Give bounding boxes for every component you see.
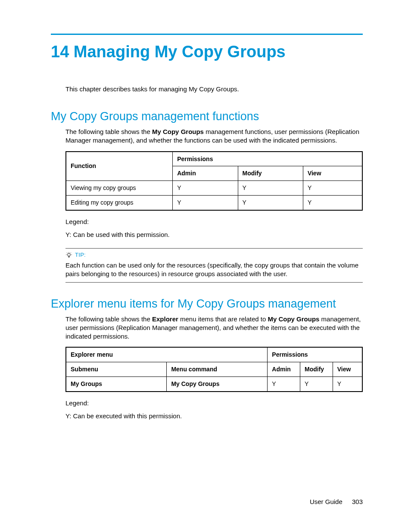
table-subheader-row: Submenu Menu command Admin Modify View: [66, 362, 362, 377]
text: The following table shows the: [65, 128, 152, 135]
col-admin: Admin: [173, 166, 238, 181]
table-header-row: Function Permissions: [66, 152, 362, 166]
text-bold: Explorer: [152, 315, 178, 323]
col-modify: Modify: [238, 166, 303, 181]
chapter-title: 14 Managing My Copy Groups: [51, 43, 363, 61]
col-admin: Admin: [268, 362, 300, 377]
table-row: My Groups My Copy Groups Y Y Y: [66, 377, 362, 392]
section2-legend-line: Y: Can be executed with this permission.: [65, 412, 363, 420]
section1-paragraph: The following table shows the My Copy Gr…: [65, 128, 363, 145]
col-submenu: Submenu: [66, 362, 167, 377]
cell-view: Y: [303, 181, 362, 196]
cell-modify: Y: [238, 196, 303, 210]
page: 14 Managing My Copy Groups This chapter …: [0, 0, 411, 532]
cell-admin: Y: [173, 196, 238, 210]
page-footer: User Guide 303: [310, 498, 363, 505]
section2-paragraph: The following table shows the Explorer m…: [65, 315, 363, 341]
col-modify: Modify: [300, 362, 333, 377]
section2-body: The following table shows the Explorer m…: [65, 315, 363, 421]
col-view: View: [333, 362, 362, 377]
cell-view: Y: [303, 196, 362, 210]
tip-header: TIP:: [65, 251, 363, 259]
table-row: Editing my copy groups Y Y Y: [66, 196, 362, 210]
text: menu items that are related to: [178, 315, 268, 323]
tip-top-rule: [65, 248, 363, 249]
tip-body: Each function can be used only for the r…: [65, 261, 363, 279]
col-view: View: [303, 166, 362, 181]
cell-function: Viewing my copy groups: [66, 181, 173, 196]
footer-doc-name: User Guide: [310, 498, 342, 505]
cell-menu-command: My Copy Groups: [167, 377, 268, 392]
section1-table: Function Permissions Admin Modify View V…: [65, 151, 363, 211]
section2-legend-label: Legend:: [65, 399, 363, 408]
svg-rect-6: [68, 256, 70, 257]
chapter-intro: This chapter describes tasks for managin…: [65, 85, 363, 93]
table-header-row: Explorer menu Permissions: [66, 347, 362, 362]
section1-legend-line: Y: Can be used with this permission.: [65, 230, 363, 239]
col-menu-command: Menu command: [167, 362, 268, 377]
text: The following table shows the: [65, 315, 152, 323]
section1-body: The following table shows the My Copy Gr…: [65, 128, 363, 283]
table-row: Viewing my copy groups Y Y Y: [66, 181, 362, 196]
svg-line-4: [67, 252, 67, 253]
cell-modify: Y: [238, 181, 303, 196]
section2-title: Explorer menu items for My Copy Groups m…: [51, 297, 363, 311]
cell-submenu: My Groups: [66, 377, 167, 392]
section1-legend-label: Legend:: [65, 218, 363, 226]
col-function: Function: [66, 152, 173, 181]
cell-modify: Y: [300, 377, 333, 392]
cell-view: Y: [333, 377, 362, 392]
chapter-top-rule: [51, 34, 363, 35]
text-bold: My Copy Groups: [152, 128, 204, 135]
footer-page-number: 303: [352, 498, 363, 505]
tip-label: TIP:: [75, 251, 86, 259]
section1-title: My Copy Groups management functions: [51, 110, 363, 123]
section2-table: Explorer menu Permissions Submenu Menu c…: [65, 347, 363, 392]
svg-point-0: [68, 253, 71, 256]
col-explorer-menu: Explorer menu: [66, 347, 268, 362]
svg-line-5: [71, 252, 71, 253]
text-bold: My Copy Groups: [268, 315, 319, 323]
col-permissions: Permissions: [173, 152, 362, 166]
tip-bottom-rule: [65, 282, 363, 283]
tip-icon: [65, 251, 72, 258]
cell-function: Editing my copy groups: [66, 196, 173, 210]
tip-block: TIP: Each function can be used only for …: [65, 248, 363, 283]
cell-admin: Y: [268, 377, 300, 392]
col-permissions: Permissions: [268, 347, 362, 362]
cell-admin: Y: [173, 181, 238, 196]
